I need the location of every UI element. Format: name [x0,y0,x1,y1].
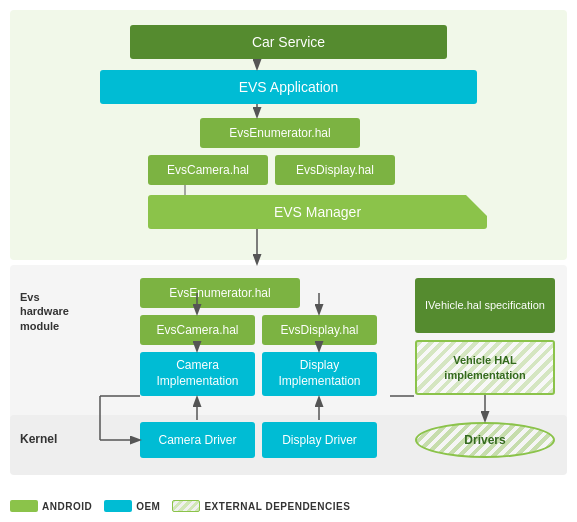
legend: ANDROID OEM EXTERNAL DEPENDENCIES [10,494,567,518]
evs-camera-hal-top-box: EvsCamera.hal [148,155,268,185]
display-implementation-box: Display Implementation [262,352,377,396]
evs-manager-box: EVS Manager [148,195,487,229]
vehicle-hal-impl-box: Vehicle HAL implementation [415,340,555,395]
diagram-container: Car Service EVS Application EvsEnumerato… [0,0,577,522]
legend-android-color [10,500,38,512]
drivers-oval: Drivers [415,422,555,458]
car-service-box: Car Service [130,25,447,59]
legend-android: ANDROID [10,500,92,512]
legend-external: EXTERNAL DEPENDENCIES [172,500,350,512]
evs-enumerator-hal-top-box: EvsEnumerator.hal [200,118,360,148]
ivehicle-hal-box: IVehicle.hal specification [415,278,555,333]
camera-driver-box: Camera Driver [140,422,255,458]
legend-oem-color [104,500,132,512]
legend-external-color [172,500,200,512]
legend-oem: OEM [104,500,160,512]
evs-camera-hal-bottom-box: EvsCamera.hal [140,315,255,345]
camera-implementation-box: Camera Implementation [140,352,255,396]
evs-display-hal-top-box: EvsDisplay.hal [275,155,395,185]
kernel-label: Kernel [20,432,57,446]
evs-display-hal-bottom-box: EvsDisplay.hal [262,315,377,345]
evs-enumerator-hal-bottom-box: EvsEnumerator.hal [140,278,300,308]
evs-hw-label: Evs hardware module [20,290,90,333]
display-driver-box: Display Driver [262,422,377,458]
evs-application-box: EVS Application [100,70,477,104]
